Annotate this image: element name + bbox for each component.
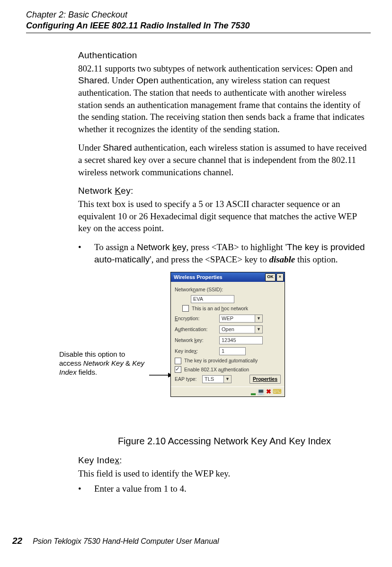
text: :	[119, 455, 122, 465]
authentication-select[interactable]: Open▼	[219, 325, 263, 333]
heading-network-key: Network Key:	[78, 185, 371, 197]
text: fields.	[77, 368, 97, 376]
text: This is an ad	[192, 306, 221, 311]
properties-button[interactable]: Properties	[249, 375, 281, 384]
wireless-properties-dialog: Wireless Properties OK × Network name (S…	[170, 272, 285, 397]
emph-disable: disable	[269, 254, 295, 264]
dialog-titlebar[interactable]: Wireless Properties OK ×	[171, 272, 285, 282]
text: Key inde	[175, 348, 194, 354]
text: , and press the <SPACE> key to	[151, 254, 269, 264]
encryption-label: Encryption:	[175, 315, 219, 322]
text: oc network	[224, 306, 248, 311]
text: roperties	[256, 376, 277, 382]
text: , press <TAB> to highlight	[187, 242, 285, 252]
checkbox-icon	[175, 358, 181, 364]
page-footer: 22Psion Teklogix 7530 Hand-Held Computer…	[12, 535, 219, 547]
text: k	[172, 242, 177, 252]
select-value: Open	[220, 326, 255, 333]
text: Network	[175, 337, 194, 343]
page-number: 22	[12, 536, 22, 546]
close-button[interactable]: ×	[276, 273, 284, 281]
network-key-input[interactable]: 12345	[219, 336, 263, 344]
encryption-select[interactable]: WEP▼	[219, 315, 263, 323]
text: ame (SSID):	[196, 286, 223, 293]
checkbox-icon	[182, 305, 189, 312]
select-value: TLS	[203, 376, 223, 383]
text: E	[175, 315, 178, 321]
text: A	[175, 326, 178, 332]
text: 802.11 supports two subtypes of network …	[78, 63, 315, 73]
text: ey:	[197, 337, 204, 343]
text: ey	[177, 242, 186, 252]
footer-text: Psion Teklogix 7530 Hand-Held Computer U…	[33, 537, 219, 545]
text: x	[115, 455, 119, 465]
bullet-key-index: • Enter a value from 1 to 4.	[78, 483, 371, 495]
page-header: Chapter 2: Basic Checkout Configuring An…	[26, 9, 371, 31]
para-key-index: This field is used to identify the WEP k…	[78, 468, 371, 480]
text: K	[115, 186, 121, 196]
heading-authentication: Authentication	[78, 49, 371, 62]
tray-signal-icon: ▂	[251, 387, 256, 396]
key-index-input[interactable]: 1	[219, 347, 246, 355]
chevron-down-icon: ▼	[223, 376, 231, 383]
arrow-icon	[149, 372, 173, 378]
network-key-label: Network key:	[175, 337, 219, 343]
eap-type-label: EAP type:	[175, 376, 202, 382]
header-rule	[26, 33, 371, 33]
heading-key-index: Key Index:	[78, 454, 371, 467]
ok-button[interactable]: OK	[265, 273, 276, 281]
tray-keyboard-icon: ⌨	[273, 387, 282, 396]
checkbox-icon	[175, 366, 181, 373]
bullet-network-key: • To assign a Network key, press <TAB> t…	[78, 241, 371, 265]
text: Under	[78, 143, 103, 153]
text: Network	[175, 286, 193, 293]
text: this option.	[295, 254, 338, 264]
text: thentication	[224, 367, 249, 372]
text: and	[338, 63, 353, 73]
chapter-title: Chapter 2: Basic Checkout	[26, 9, 371, 20]
text: ncryption:	[178, 315, 200, 321]
dot1x-checkbox[interactable]: Enable 802.1X authentication	[175, 366, 281, 373]
text: Enable 802.1X a	[184, 367, 221, 372]
text: Network	[78, 186, 115, 196]
tray-close-icon: ✖	[266, 387, 271, 396]
text: utomatically	[232, 358, 258, 363]
text: thentication:	[181, 326, 208, 332]
text: &	[124, 359, 132, 367]
para-auth-1: 802.11 supports two subtypes of network …	[78, 63, 371, 135]
auto-key-checkbox[interactable]: The key is provided automatically	[175, 357, 281, 364]
term-network-key: Network key	[137, 242, 187, 252]
bullet-marker: •	[78, 241, 94, 265]
body-column: Authentication 802.11 supports two subty…	[78, 49, 371, 495]
term-open: Open	[315, 63, 337, 73]
tray-network-icon: 💻	[257, 387, 265, 396]
figure-wrapper: Disable this option to access Network Ke…	[78, 272, 371, 432]
text: P	[253, 376, 256, 382]
chevron-down-icon: ▼	[255, 326, 262, 333]
figure-caption: Figure 2.10 Accessing Network Key And Ke…	[78, 435, 371, 448]
text: . Under	[107, 75, 136, 85]
chevron-down-icon: ▼	[255, 315, 262, 322]
eap-type-select[interactable]: TLS▼	[202, 375, 232, 383]
text: The key is provided	[184, 358, 229, 363]
authentication-label: Authentication:	[175, 326, 219, 333]
dialog-title: Wireless Properties	[174, 274, 223, 281]
ssid-input[interactable]: EVA	[191, 295, 234, 303]
para-auth-2: Under Shared authentication, each wirele…	[78, 142, 371, 178]
dialog-body: Network name (SSID): EVA This is an ad h…	[171, 282, 285, 387]
text: Key Inde	[78, 455, 115, 465]
taskbar: ▂ 💻 ✖ ⌨	[171, 387, 285, 396]
adhoc-checkbox[interactable]: This is an ad hoc network	[182, 305, 281, 312]
text: :	[196, 348, 198, 354]
text: Network Key	[83, 359, 124, 367]
key-index-label: Key index:	[175, 348, 219, 354]
text: To assign a	[94, 242, 137, 252]
figure-callout: Disable this option to access Network Ke…	[59, 350, 149, 377]
term-open: Open	[136, 75, 158, 85]
text: Network	[137, 242, 172, 252]
ssid-label: Network name (SSID):	[175, 286, 281, 293]
section-title: Configuring An IEEE 802.11 Radio Install…	[26, 20, 371, 31]
bullet-text: Enter a value from 1 to 4.	[94, 483, 187, 495]
term-shared: Shared	[103, 143, 132, 153]
para-network-key: This text box is used to specify a 5 or …	[78, 198, 371, 234]
